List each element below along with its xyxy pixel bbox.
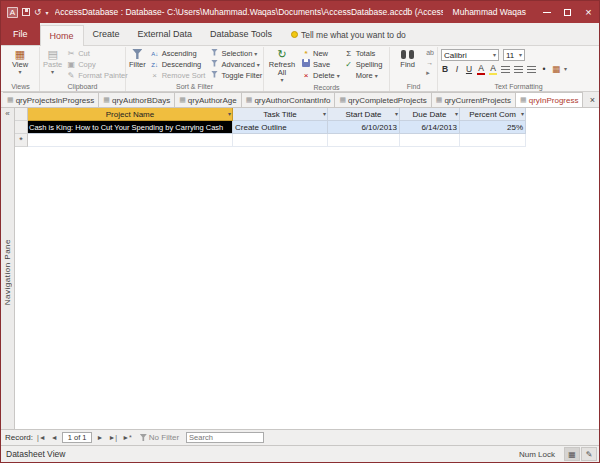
doc-tab-label: qryAuthorBDays	[112, 96, 170, 105]
dropdown-arrow-icon: ▾	[519, 52, 522, 58]
tab-file[interactable]: File	[1, 23, 40, 45]
doc-tab-qryinprogress[interactable]: ▦ qryInProgress	[516, 92, 583, 107]
save-record-button[interactable]: Save	[301, 59, 340, 70]
new-blank-record-button[interactable]: ►*	[121, 434, 133, 441]
new-record-cell[interactable]	[233, 134, 328, 147]
maximize-button[interactable]	[557, 1, 578, 23]
access-app-icon[interactable]: A	[7, 7, 18, 18]
ribbon-group-sort-filter: Filter A↓ Ascending Z↓ Descending × Remo…	[126, 47, 264, 91]
next-record-button[interactable]: ►	[95, 434, 104, 441]
ribbon-group-records: ↻ Refresh All ▾ * New Save × Delet	[264, 47, 390, 91]
close-button[interactable]: ×	[578, 1, 599, 23]
filter-button[interactable]: Filter	[129, 48, 146, 82]
align-right-icon[interactable]	[527, 66, 536, 73]
goto-icon[interactable]: →	[426, 58, 434, 68]
format-painter-button[interactable]: ✎ Format Painter	[66, 70, 128, 81]
tab-create[interactable]: Create	[84, 24, 129, 45]
tell-me-box[interactable]: Tell me what you want to do	[291, 24, 406, 45]
save-icon[interactable]	[22, 8, 30, 16]
doc-tab-qryauthorage[interactable]: ▦ qryAuthorAge	[175, 92, 242, 107]
column-header-percent-complete[interactable]: Percent Com ▾	[460, 108, 526, 121]
ascending-button[interactable]: A↓ Ascending	[150, 48, 206, 59]
font-color-button[interactable]: A	[477, 63, 485, 75]
select-all-corner[interactable]	[15, 108, 28, 121]
delete-button[interactable]: × Delete ▾	[301, 70, 340, 81]
cell-project-name[interactable]: Cash is King: How to Cut Your Spending b…	[28, 121, 233, 134]
paste-button[interactable]: ▤ Paste ▾	[43, 48, 62, 82]
column-dropdown-icon[interactable]: ▾	[521, 111, 524, 117]
new-record-cell[interactable]	[328, 134, 400, 147]
new-record-button[interactable]: * New	[301, 48, 340, 59]
remove-sort-button[interactable]: × Remove Sort	[150, 70, 206, 81]
replace-icon[interactable]: ab	[426, 48, 434, 58]
datasheet-view-button[interactable]: ▦	[564, 447, 580, 461]
cell-percent-complete[interactable]: 25%	[460, 121, 526, 134]
copy-button[interactable]: ▣ Copy	[66, 59, 128, 70]
selection-button[interactable]: Selection ▾	[209, 48, 262, 59]
toggle-filter-button[interactable]: Toggle Filter	[209, 70, 262, 81]
dropdown-arrow-icon: ▾	[257, 62, 260, 68]
new-record-cell[interactable]	[28, 134, 233, 147]
tab-database-tools[interactable]: Database Tools	[201, 24, 281, 45]
table-row: Cash is King: How to Cut Your Spending b…	[15, 121, 599, 134]
tab-external-data[interactable]: External Data	[129, 24, 202, 45]
font-size-select[interactable]: 11 ▾	[503, 49, 525, 61]
descending-button[interactable]: Z↓ Descending	[150, 59, 206, 70]
record-selector[interactable]	[15, 121, 28, 134]
find-button[interactable]: Find	[393, 48, 422, 82]
doc-tab-qryauthorcontantinfo[interactable]: ▦ qryAuthorContantInfo	[242, 92, 336, 107]
doc-tab-qrycurrentprojects[interactable]: ▦ qryCurrentProjects	[432, 92, 516, 107]
column-dropdown-icon[interactable]: ▾	[395, 111, 398, 117]
gridlines-button[interactable]: ▦	[552, 64, 560, 74]
new-record-cell[interactable]	[460, 134, 526, 147]
cell-start-date[interactable]: 6/10/2013	[328, 121, 400, 134]
font-name-select[interactable]: Calibri ▾	[441, 49, 499, 61]
italic-button[interactable]: I	[453, 64, 461, 74]
navigation-pane-collapsed[interactable]: « Navigation Pane	[1, 108, 15, 429]
cut-button[interactable]: ✂ Cut	[66, 48, 128, 59]
expand-pane-icon[interactable]: «	[5, 110, 9, 118]
bullets-button[interactable]: •	[540, 64, 548, 74]
column-dropdown-icon[interactable]: ▾	[228, 111, 231, 117]
filter-indicator[interactable]: No Filter	[140, 433, 179, 442]
close-document-button[interactable]: ×	[586, 92, 599, 108]
tab-home[interactable]: Home	[40, 25, 84, 46]
first-record-button[interactable]: |◄	[36, 434, 47, 441]
more-button[interactable]: More ▾	[344, 70, 383, 81]
minimize-button[interactable]	[536, 1, 557, 23]
query-icon: ▦	[179, 96, 186, 104]
doc-tab-qryauthorbdays[interactable]: ▦ qryAuthorBDays	[99, 92, 175, 107]
last-record-button[interactable]: ►|	[107, 434, 118, 441]
column-header-due-date[interactable]: Due Date ▾	[400, 108, 460, 121]
undo-icon[interactable]: ↺	[34, 7, 42, 17]
user-name[interactable]: Muhammad Waqas	[453, 7, 526, 17]
title-bar: A ↺ ▾ AccessDatabase : Database- C:\User…	[1, 1, 599, 23]
column-dropdown-icon[interactable]: ▾	[455, 111, 458, 117]
search-input[interactable]	[186, 432, 264, 443]
previous-record-button[interactable]: ◄	[50, 434, 59, 441]
align-left-icon[interactable]	[501, 66, 510, 73]
highlight-color-button[interactable]: A	[489, 63, 497, 75]
column-header-project-name[interactable]: Project Name ▾	[28, 108, 233, 121]
spelling-button[interactable]: ✓ Spelling	[344, 59, 383, 70]
record-position[interactable]: 1 of 1	[62, 432, 93, 443]
cell-due-date[interactable]: 6/14/2013	[400, 121, 460, 134]
column-header-task-title[interactable]: Task Title ▾	[233, 108, 328, 121]
select-icon[interactable]: ▸	[426, 68, 434, 78]
column-dropdown-icon[interactable]: ▾	[323, 111, 326, 117]
new-record-selector[interactable]: *	[15, 134, 28, 147]
underline-button[interactable]: U	[465, 64, 473, 74]
cell-task-title[interactable]: Create Outline	[233, 121, 328, 134]
design-view-button[interactable]: ✎	[581, 447, 597, 461]
advanced-button[interactable]: Advanced ▾	[209, 59, 262, 70]
customize-toolbar-dropdown-icon[interactable]: ▾	[46, 9, 49, 16]
align-center-icon[interactable]	[514, 66, 523, 73]
doc-tab-qrycompletedprojects[interactable]: ▦ qryCompletedProjects	[335, 92, 431, 107]
new-record-cell[interactable]	[400, 134, 460, 147]
totals-button[interactable]: Σ Totals	[344, 48, 383, 59]
bold-button[interactable]: B	[441, 64, 449, 74]
view-button[interactable]: ▦ View ▾	[5, 48, 35, 82]
column-header-start-date[interactable]: Start Date ▾	[328, 108, 400, 121]
refresh-all-button[interactable]: ↻ Refresh All ▾	[267, 48, 297, 83]
doc-tab-qryprojectsinprogress[interactable]: ▦ qryProjectsInProgress	[3, 92, 99, 107]
